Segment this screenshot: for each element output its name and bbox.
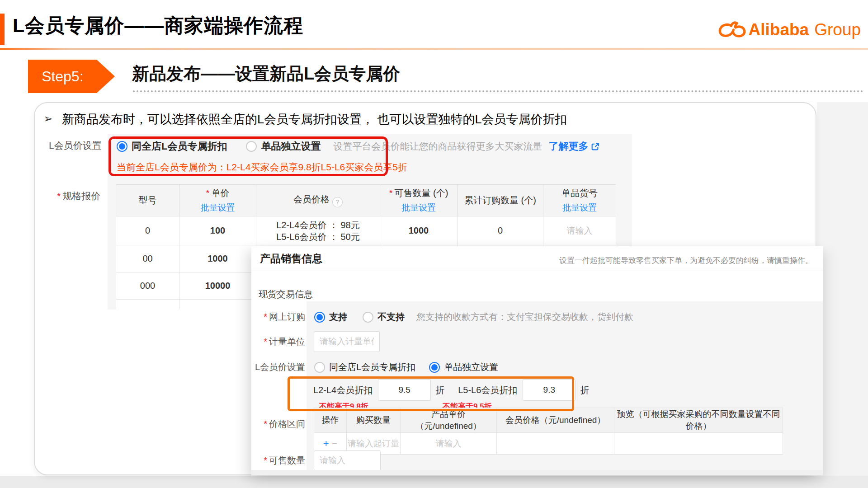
page-background-right <box>817 102 868 488</box>
col-member-price: 会员价格（元/undefined） <box>497 408 614 433</box>
logo-group-text: Group <box>814 20 861 39</box>
alibaba-group-logo: Alibaba Group <box>718 20 861 40</box>
header-accent-bar <box>0 14 5 45</box>
intro-bullet-line: ➢ 新商品发布时，可以选择依照全店的L会员专属折扣设置， 也可以设置独特的L会员… <box>43 111 567 127</box>
member-setting-label: L会员价设置 <box>251 361 305 373</box>
member-price-setting-label: L会员价设置 <box>49 139 102 152</box>
store-discount-radio-row: 同全店L会员专属折扣 单品独立设置 设置平台会员价能让您的商品获得更多大买家流量… <box>117 140 600 153</box>
unit-price-cell: 请输入 <box>401 433 497 455</box>
add-row-icon[interactable]: + <box>323 438 329 449</box>
unit-price-placeholder[interactable]: 请输入 <box>436 439 462 448</box>
learn-more-link[interactable]: 了解更多 <box>548 140 600 153</box>
l5-l6-discount-unit: 折 <box>580 384 589 396</box>
col-preview: 预览（可根据买家采购的不同数量设置不同价格） <box>614 408 783 433</box>
radio-online-support-selected[interactable] <box>314 312 325 323</box>
radio-same-store-discount[interactable] <box>314 362 325 373</box>
remove-row-icon[interactable]: − <box>332 438 338 449</box>
col-header-ordered: 累计订购数量 (个) <box>458 185 543 216</box>
ordered-cell: 0 <box>458 216 543 245</box>
sellable-qty-label: *可售数量 <box>251 455 305 467</box>
model-cell: 000 <box>116 272 179 300</box>
radio-independent-selected[interactable] <box>429 362 440 373</box>
l2-l4-discount-unit: 折 <box>435 384 444 396</box>
online-order-label: *网上订购 <box>251 311 305 323</box>
radio-online-unsupport[interactable] <box>363 312 373 323</box>
member-setting-row: L会员价设置 同全店L会员专属折扣 单品独立设置 <box>251 361 498 373</box>
member-price-cell <box>497 433 614 455</box>
radio-same-store-discount-label[interactable]: 同全店L会员专属折扣 <box>329 361 415 373</box>
price-cell: 100 <box>179 216 256 245</box>
sku-cell <box>543 216 616 245</box>
l2-l4-discount-label: L2-L4会员折扣 <box>313 384 373 396</box>
arrow-bullet-icon: ➢ <box>43 111 53 127</box>
intro-text: 新商品发布时，可以选择依照全店的L会员专属折扣设置， 也可以设置独特的L会员专属… <box>62 111 567 127</box>
price-range-label: *价格区间 <box>251 418 305 430</box>
header-divider <box>0 48 868 50</box>
col-header-qty: *可售数量 (个) 批量设置 <box>380 185 458 216</box>
col-header-sku: 单品货号 批量设置 <box>543 185 616 216</box>
col-header-price: *单价 批量设置 <box>179 185 256 216</box>
page-title: L会员专属价——商家端操作流程 <box>13 13 303 39</box>
discount-inputs-row: L2-L4会员折扣 折 L5-L6会员折扣 折 <box>313 380 589 400</box>
member-price-cell: L2-L4会员价 ： 98元 L5-L6会员价 ： 50元 <box>256 216 380 245</box>
radio-single-setting[interactable] <box>246 141 257 152</box>
l5-l6-discount-label: L5-L6会员折扣 <box>458 384 517 396</box>
sellable-qty-row: *可售数量 <box>251 450 381 470</box>
sellable-qty-input[interactable] <box>314 450 381 470</box>
radio-online-support-label[interactable]: 支持 <box>329 311 347 323</box>
radio-single-setting-label[interactable]: 单品独立设置 <box>261 140 321 153</box>
unit-row: *计量单位 <box>251 331 380 352</box>
qty-cell: 1000 <box>380 216 458 245</box>
product-sales-title: 产品销售信息 <box>260 252 322 266</box>
panel-divider <box>251 271 823 271</box>
min-batch-warning: 设置一件起批可能导致零售买家下单，为避免不必要的纠纷，请慎重操作。 <box>559 255 813 266</box>
radio-store-discount-label[interactable]: 同全店L会员专属折扣 <box>132 140 227 153</box>
unit-input[interactable] <box>314 331 380 352</box>
current-store-discount-text: 当前全店L会员专属价为：L2-L4买家会员享9.8折L5-L6买家会员享5折 <box>117 161 407 174</box>
price-range-table: 操作 购买数量 产品单价（元/undefined） 会员价格（元/undefin… <box>314 408 783 455</box>
col-unit-price: 产品单价（元/undefined） <box>401 408 497 433</box>
price-cell: 1000 <box>179 245 256 272</box>
radio-independent-label[interactable]: 单品独立设置 <box>444 361 498 373</box>
payment-methods-note: 您支持的收款方式有：支付宝担保交易收款，货到付款 <box>416 311 633 323</box>
model-cell: 0 <box>116 216 179 245</box>
spot-trade-section-title: 现货交易信息 <box>259 288 313 300</box>
help-icon[interactable]: ? <box>332 197 343 207</box>
sku-input[interactable] <box>547 225 613 236</box>
online-order-row: *网上订购 支持 不支持 您支持的收款方式有：支付宝担保交易收款，货到付款 <box>251 311 633 323</box>
batch-set-sku-link[interactable]: 批量设置 <box>562 202 597 214</box>
l2-l4-discount-input[interactable] <box>378 379 431 401</box>
l5-l6-discount-input[interactable] <box>523 379 576 401</box>
radio-store-discount-selected[interactable] <box>117 141 127 152</box>
price-cell: 10000 <box>179 272 256 300</box>
price-range-row: +− 请输入起订量 请输入 <box>314 433 783 455</box>
required-asterisk: * <box>57 191 61 201</box>
panel-footer-strip <box>251 470 823 475</box>
col-header-member-price: 会员价格? <box>256 185 380 216</box>
batch-set-qty-link[interactable]: 批量设置 <box>401 202 436 214</box>
member-price-helper-text: 设置平台会员价能让您的商品获得更多大买家流量 <box>333 140 542 153</box>
alibaba-logo-icon <box>718 20 746 40</box>
min-order-placeholder[interactable]: 请输入起订量 <box>348 439 399 448</box>
dotted-divider <box>133 90 863 92</box>
logo-brand-text: Alibaba <box>749 20 809 39</box>
radio-online-unsupport-label[interactable]: 不支持 <box>377 311 405 323</box>
preview-cell <box>614 433 783 455</box>
batch-set-price-link[interactable]: 批量设置 <box>201 202 235 214</box>
step-heading: 新品发布——设置新品L会员专属价 <box>132 62 400 85</box>
col-op: 操作 <box>314 408 347 433</box>
col-buy-qty: 购买数量 <box>347 408 401 433</box>
model-cell: 00 <box>116 245 179 272</box>
step-badge: Step5: <box>28 60 115 93</box>
external-link-icon[interactable] <box>590 142 600 151</box>
col-header-model: 型号 <box>116 185 179 216</box>
product-sales-panel: 产品销售信息 设置一件起批可能导致零售买家下单，为避免不必要的纠纷，请慎重操作。… <box>251 246 823 475</box>
unit-label: *计量单位 <box>251 336 305 348</box>
spec-quote-label: *规格报价 <box>57 190 100 202</box>
page-background-bottom <box>0 476 868 488</box>
spec-table-row: 0 100 L2-L4会员价 ： 98元 L5-L6会员价 ： 50元 1000… <box>116 216 616 245</box>
